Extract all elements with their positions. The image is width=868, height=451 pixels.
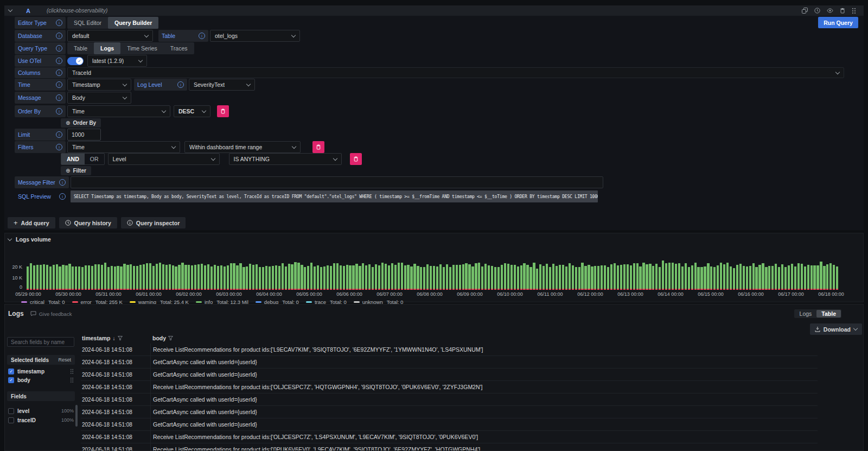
trash-icon[interactable] [840,8,845,14]
info-icon[interactable]: i [56,81,62,88]
condition-and[interactable]: AND [61,154,85,164]
volume-bar [762,263,764,290]
limit-input[interactable] [67,129,101,141]
info-icon[interactable]: i [56,45,62,52]
collapse-chevron-icon[interactable] [8,236,12,240]
table-row[interactable]: 2024-06-18 14:51:08GetCartAsync called w… [81,393,818,406]
search-fields-input[interactable] [7,337,74,347]
history-icon[interactable] [814,8,820,14]
view-toggle-table[interactable]: Table [816,310,841,317]
info-icon[interactable]: i [56,144,62,150]
otel-version-select[interactable]: latest (1.2.9) [87,55,147,67]
table-select[interactable]: otel_logs [210,30,300,42]
info-icon[interactable]: i [59,193,66,200]
volume-bar [620,265,622,290]
drag-handle-icon[interactable] [70,377,74,383]
table-row[interactable]: 2024-06-18 14:51:08GetCartAsync called w… [81,356,818,369]
query-inspector-button[interactable]: Query inspector [121,217,186,228]
remove-filter2-button[interactable] [350,153,362,165]
volume-bar [310,263,312,290]
info-icon[interactable]: i [56,58,62,64]
checkbox-unchecked[interactable] [8,408,14,414]
volume-bar [765,267,767,290]
editor-type-query-builder[interactable]: Query Builder [108,17,158,29]
info-icon[interactable]: i [56,69,62,76]
view-toggle-logs[interactable]: Logs [795,310,817,317]
query-type-table[interactable]: Table [67,42,94,54]
table-row[interactable]: 2024-06-18 14:51:08Receive ListRecommend… [81,443,818,450]
info-icon[interactable]: i [56,94,62,101]
give-feedback-link[interactable]: Give feedback [30,311,72,317]
log-level-column-select[interactable]: SeverityText [189,79,255,91]
query-type-traces[interactable]: Traces [164,42,194,54]
filter-funnel-icon[interactable] [118,336,123,340]
volume-bar [542,266,545,290]
volume-bar [307,266,309,290]
volume-bar [546,264,548,290]
checkbox-checked[interactable]: ✓ [8,377,14,383]
volume-bar [33,265,35,290]
message-column-select[interactable]: Body [67,92,131,104]
volume-bar [652,266,654,290]
table-row[interactable]: 2024-06-18 14:51:08Receive ListRecommend… [81,344,818,356]
info-icon[interactable]: i [199,33,205,39]
duplicate-icon[interactable] [802,8,808,14]
column-header-timestamp[interactable]: timestamp ↓ [81,335,150,341]
filter1-operator-select[interactable]: Within dashboard time range [184,141,301,153]
logs-volume-header[interactable]: Logs volume [8,236,51,243]
info-icon[interactable]: i [59,179,66,186]
volume-bar [529,267,532,290]
table-row[interactable]: 2024-06-18 14:51:08GetCartAsync called w… [81,406,818,418]
checkbox-checked[interactable]: ✓ [8,369,14,374]
download-button[interactable]: Download [810,323,862,335]
filter2-operator-select[interactable]: IS ANYTHING [229,153,342,165]
add-query-button[interactable]: +Add query [8,217,55,228]
query-history-button[interactable]: Query history [59,217,117,228]
volume-bar [230,263,232,290]
time-column-select[interactable]: Timestamp [67,79,131,91]
database-select[interactable]: default [67,30,153,42]
order-by-direction-select[interactable]: DESC [174,105,210,117]
editor-type-sql-editor[interactable]: SQL Editor [67,17,108,29]
use-otel-toggle[interactable]: ✓ [67,57,84,65]
table-row[interactable]: 2024-06-18 14:51:08Receive ListRecommend… [81,431,818,443]
sort-desc-icon[interactable]: ↓ [113,335,116,341]
table-row[interactable]: 2024-06-18 14:51:08GetCartAsync called w… [81,418,818,431]
condition-or[interactable]: OR [85,154,104,164]
info-icon[interactable]: i [56,131,62,138]
remove-filter1-button[interactable] [312,141,324,153]
remove-order-by-button[interactable] [217,105,229,117]
volume-bar [184,265,187,290]
column-header-body[interactable]: body [150,335,818,341]
query-type-logs[interactable]: Logs [94,42,120,54]
volume-bar [159,263,161,290]
order-by-field-select[interactable]: Time [67,105,170,117]
collapse-chevron-icon[interactable] [8,8,12,12]
add-filter-button[interactable]: ⊕Filter [61,166,91,175]
info-icon[interactable]: i [56,33,62,39]
reset-button[interactable]: Reset [58,357,71,363]
info-icon[interactable]: i [56,108,62,115]
columns-multiselect[interactable]: TraceId [67,67,844,78]
volume-bar [717,265,719,290]
scrollbar-thumb[interactable] [75,405,78,427]
filter2-field-select[interactable]: Level [108,153,220,165]
eye-icon[interactable] [827,8,833,13]
volume-bar [242,267,245,290]
info-icon[interactable]: i [56,20,62,26]
add-order-by-button[interactable]: ⊕Order By [61,118,101,128]
query-row-header[interactable]: A (clickhouse-observability) [4,5,864,16]
volume-bar [207,264,209,290]
filter1-field-select[interactable]: Time [67,141,180,153]
drag-handle-icon[interactable] [70,369,74,374]
table-row[interactable]: 2024-06-18 14:51:08GetCartAsync called w… [81,369,818,381]
x-axis-tick: 06/18 00:00 [818,291,844,297]
message-filter-input[interactable] [71,176,603,188]
checkbox-unchecked[interactable] [8,417,14,423]
query-type-time-series[interactable]: Time Series [120,42,164,54]
info-icon[interactable]: i [177,81,184,88]
drag-handle-icon[interactable] [852,8,856,14]
legend-color-marker [196,301,202,303]
table-row[interactable]: 2024-06-18 14:51:08Receive ListRecommend… [81,381,818,393]
filter-funnel-icon[interactable] [168,336,173,340]
